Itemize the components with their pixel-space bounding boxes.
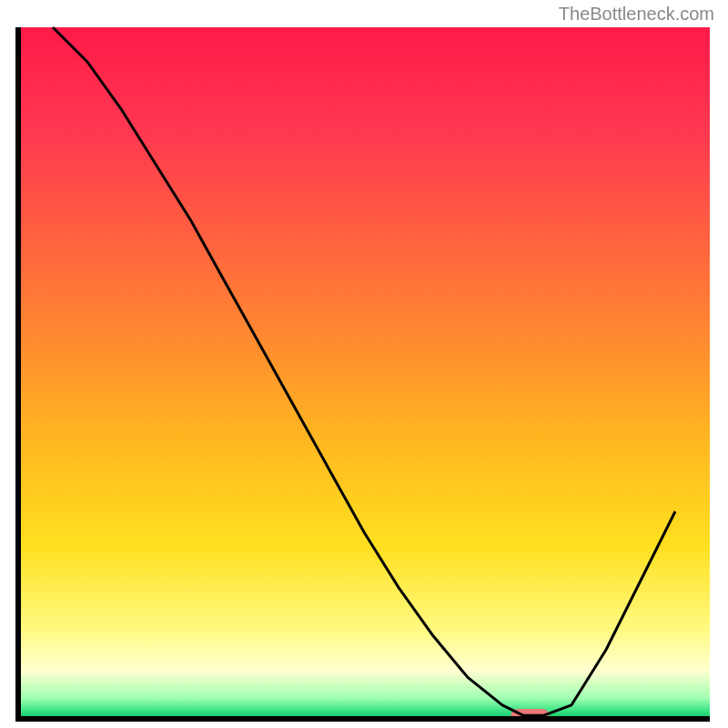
chart-container: TheBottleneck.com: [0, 0, 728, 728]
watermark-text: TheBottleneck.com: [559, 4, 714, 25]
chart-svg: [0, 0, 728, 728]
gradient-background: [18, 27, 710, 719]
